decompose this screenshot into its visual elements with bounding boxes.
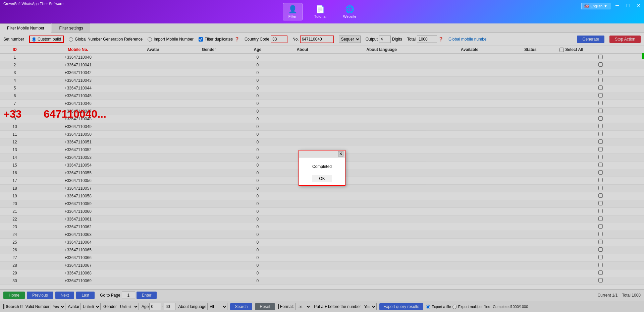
nav-tab-tutorial[interactable]: 📄 Tutorial (309, 3, 331, 20)
dialog-overlay: ✕ Completed OK (0, 23, 644, 312)
filter-icon: 👤 (288, 5, 297, 14)
chevron-down-icon: ▼ (604, 4, 607, 8)
dialog-ok-area: OK (299, 172, 345, 185)
nav-tab-website[interactable]: 🌐 Website (338, 3, 362, 20)
nav-tabs: 👤 Filter 📄 Tutorial 🌐 Website (3, 3, 641, 20)
dialog-ok-button[interactable]: OK (312, 175, 332, 182)
titlebar-controls: 🇺🇸 English ▼ ─ □ ✕ (581, 0, 644, 11)
minimize-button[interactable]: ─ (612, 0, 623, 11)
titlebar: CrownSoft WhatsApp Filter Software 👤 Fil… (0, 0, 644, 23)
dialog-content: Completed (299, 158, 345, 172)
nav-tab-filter[interactable]: 👤 Filter (283, 3, 303, 20)
dialog-box: ✕ Completed OK (299, 150, 345, 186)
dialog-close-icon[interactable]: ✕ (338, 151, 343, 157)
flag-icon: 🇺🇸 (584, 4, 589, 8)
app-title: CrownSoft WhatsApp Filter Software (3, 2, 63, 6)
language-button[interactable]: 🇺🇸 English ▼ (581, 3, 610, 9)
close-button[interactable]: ✕ (633, 0, 644, 11)
tutorial-icon: 📄 (316, 5, 325, 14)
dialog-titlebar: ✕ (299, 150, 345, 158)
dialog-message: Completed (312, 164, 332, 169)
maximize-button[interactable]: □ (623, 0, 633, 11)
website-icon: 🌐 (345, 5, 354, 14)
